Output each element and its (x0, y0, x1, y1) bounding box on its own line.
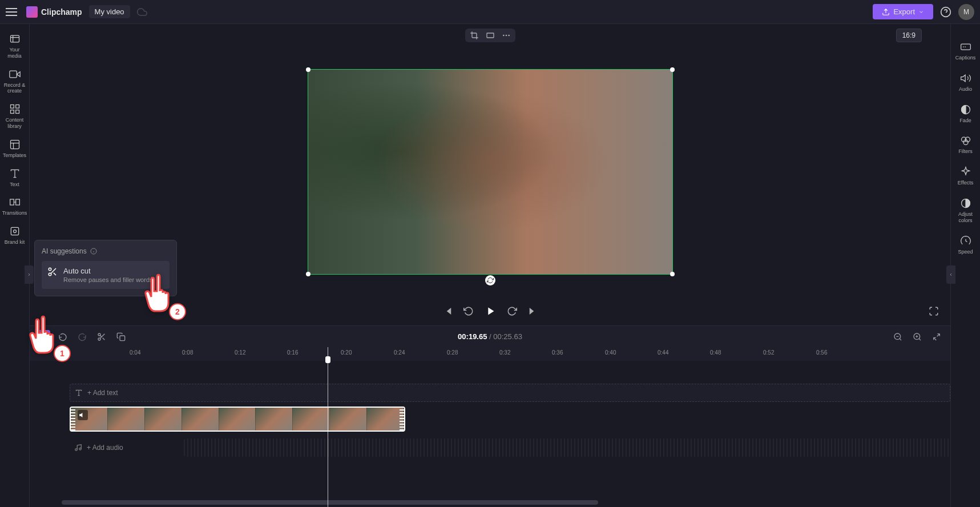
svg-rect-4 (10, 110, 14, 114)
preview-toolbar: 16:9 (30, 24, 950, 47)
resize-handle-tr[interactable] (670, 67, 675, 72)
video-track[interactable] (70, 407, 950, 434)
crop-button[interactable] (470, 31, 479, 40)
top-bar: Clipchamp My video Export M (0, 0, 980, 24)
zoom-out-button[interactable] (891, 330, 905, 344)
fill-button[interactable] (486, 31, 495, 40)
current-time: 00:19.65 (458, 332, 487, 341)
library-icon (9, 103, 21, 115)
sidebar-your-media[interactable]: Your media (0, 29, 29, 64)
camera-icon (9, 69, 21, 80)
svg-rect-7 (10, 199, 14, 205)
tutorial-pointer-2: 2 (143, 271, 183, 317)
rewind-button[interactable] (463, 306, 474, 316)
ai-item-text: Auto cut Remove pauses and filler words (63, 267, 153, 283)
svg-rect-5 (15, 110, 19, 114)
menu-button[interactable] (6, 5, 19, 19)
contrast-icon (960, 198, 971, 209)
sidebar-adjust-colors[interactable]: Adjust colors (951, 192, 980, 230)
svg-point-27 (49, 268, 51, 271)
video-preview[interactable] (308, 69, 673, 275)
sidebar-audio[interactable]: Audio (951, 67, 980, 98)
sidebar-speed[interactable]: Speed (951, 230, 980, 261)
cut-button[interactable] (95, 330, 108, 344)
add-text-placeholder[interactable]: + Add text (70, 384, 950, 402)
more-button[interactable] (502, 31, 511, 40)
rotate-handle[interactable] (485, 275, 495, 285)
zoom-fit-button[interactable] (930, 330, 943, 344)
app-logo[interactable]: Clipchamp (26, 6, 82, 18)
info-icon[interactable] (90, 248, 97, 255)
aspect-ratio-button[interactable]: 16:9 (896, 29, 922, 42)
sidebar-content-library[interactable]: Content library (0, 99, 29, 134)
right-sidebar: Captions Audio Fade Filters Effects Adju… (950, 24, 980, 507)
user-avatar[interactable]: M (958, 4, 974, 20)
fullscreen-button[interactable] (929, 306, 939, 316)
transitions-icon (9, 196, 21, 208)
svg-point-12 (503, 35, 505, 37)
clip-audio-icon[interactable] (78, 410, 88, 420)
sidebar-templates[interactable]: Templates (0, 134, 29, 163)
sidebar-effects[interactable]: Effects (951, 160, 980, 192)
svg-rect-3 (15, 105, 19, 108)
zoom-in-button[interactable] (910, 330, 924, 344)
pointer-badge-1: 1 (54, 345, 71, 362)
clipchamp-icon (26, 6, 38, 18)
sidebar-captions[interactable]: Captions (951, 35, 980, 67)
ai-popup-title: AI suggestions (42, 247, 170, 255)
add-audio-placeholder[interactable]: + Add audio (70, 438, 184, 457)
video-clip[interactable] (70, 407, 405, 432)
svg-rect-6 (10, 140, 19, 148)
svg-point-15 (98, 333, 100, 336)
play-button[interactable] (484, 305, 497, 317)
auto-cut-icon (47, 267, 58, 277)
expand-right-sidebar[interactable] (946, 265, 955, 284)
export-button[interactable]: Export (873, 4, 933, 19)
tracks-container: + Add text (30, 361, 950, 457)
svg-rect-2 (10, 105, 14, 108)
resize-handle-br[interactable] (670, 272, 675, 276)
svg-rect-8 (15, 199, 19, 205)
svg-rect-11 (487, 33, 494, 38)
prev-button[interactable] (443, 306, 453, 316)
help-button[interactable] (940, 6, 951, 18)
forward-button[interactable] (507, 306, 517, 316)
sidebar-filters[interactable]: Filters (951, 129, 980, 160)
tutorial-pointer-1: 1 (27, 313, 67, 359)
resize-handle-bl[interactable] (306, 272, 310, 276)
topbar-right: Export M (873, 4, 974, 20)
svg-rect-1 (10, 35, 19, 42)
text-track[interactable]: + Add text (70, 384, 950, 402)
copy-button[interactable] (114, 330, 128, 344)
filters-icon (960, 135, 971, 146)
svg-point-13 (505, 35, 507, 37)
chevron-down-icon (918, 9, 924, 15)
fade-icon (960, 104, 971, 115)
next-button[interactable] (527, 306, 538, 316)
sidebar-fade[interactable]: Fade (951, 98, 980, 130)
sidebar-brand-kit[interactable]: Brand kit (0, 221, 29, 250)
audio-waveform-placeholder (184, 438, 950, 457)
preview-tools (465, 29, 515, 42)
sidebar-text[interactable]: Text (0, 163, 29, 192)
speedometer-icon (960, 235, 971, 247)
timeline-toolbar: 00:19.65 / 00:25.63 (30, 325, 950, 347)
clip-thumbnails (71, 408, 404, 430)
sidebar-transitions[interactable]: Transitions (0, 192, 29, 221)
topbar-left: Clipchamp My video (6, 5, 147, 19)
captions-icon (960, 41, 971, 53)
export-label: Export (893, 7, 915, 16)
total-time: 00:25.63 (493, 332, 522, 341)
timeline-ruler[interactable]: 0:04 0:08 0:12 0:16 0:20 0:24 0:28 0:32 … (30, 347, 950, 361)
svg-point-28 (49, 273, 51, 276)
text-icon (75, 389, 83, 397)
sidebar-record-create[interactable]: Record & create (0, 64, 29, 99)
project-title[interactable]: My video (89, 5, 130, 18)
text-icon (9, 168, 21, 179)
app-name: Clipchamp (41, 7, 82, 17)
resize-handle-tl[interactable] (306, 67, 310, 72)
playhead[interactable] (328, 347, 328, 507)
audio-track[interactable]: + Add audio (70, 438, 950, 457)
timeline-scrollbar[interactable] (62, 500, 598, 505)
redo-button[interactable] (75, 330, 89, 344)
